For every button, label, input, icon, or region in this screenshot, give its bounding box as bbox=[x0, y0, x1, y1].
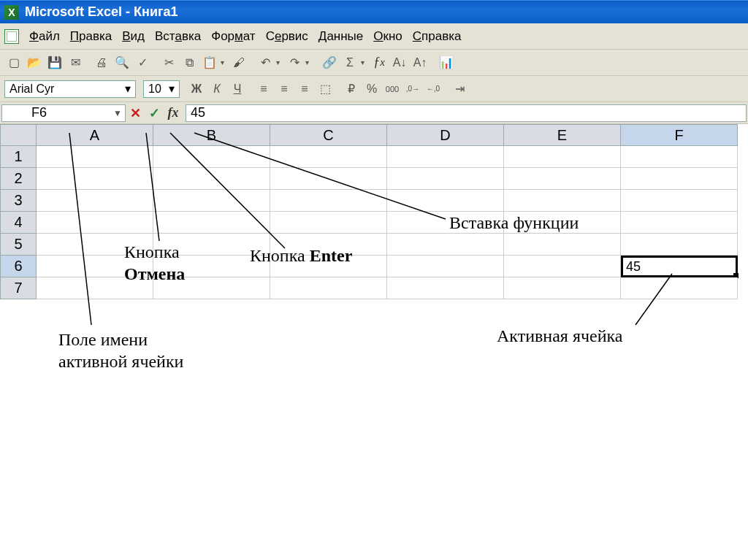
cell-C7[interactable] bbox=[270, 277, 387, 299]
select-all-corner[interactable] bbox=[0, 124, 37, 146]
undo-icon[interactable]: ↶ bbox=[256, 53, 275, 72]
chevron-down-icon[interactable]: ▼ bbox=[113, 108, 122, 118]
menu-tools[interactable]: Сервис bbox=[266, 29, 308, 44]
menu-view[interactable]: Вид bbox=[122, 29, 145, 44]
thousands-icon[interactable]: 000 bbox=[383, 80, 402, 99]
indent-icon[interactable]: ⇥ bbox=[450, 80, 469, 99]
enter-button[interactable]: ✓ bbox=[145, 104, 164, 122]
font-size-select[interactable]: 10 ▾ bbox=[143, 80, 180, 98]
menu-data[interactable]: Данные bbox=[318, 29, 363, 44]
cell-A1[interactable] bbox=[37, 146, 153, 168]
bold-button[interactable]: Ж bbox=[187, 80, 206, 99]
col-header-D[interactable]: D bbox=[387, 124, 504, 146]
row-header-1[interactable]: 1 bbox=[0, 146, 37, 168]
name-box[interactable]: F6 ▼ bbox=[1, 104, 126, 122]
insert-function-button[interactable]: fx bbox=[164, 104, 183, 122]
cancel-button[interactable]: ✕ bbox=[126, 104, 145, 122]
cell-D5[interactable] bbox=[387, 234, 504, 256]
print-icon[interactable]: 🖨 bbox=[92, 53, 111, 72]
col-header-A[interactable]: A bbox=[37, 124, 153, 146]
font-select[interactable]: Arial Cyr ▾ bbox=[4, 80, 136, 98]
cell-C2[interactable] bbox=[270, 168, 387, 190]
cell-F3[interactable] bbox=[621, 190, 738, 212]
cell-F7[interactable] bbox=[621, 277, 738, 299]
menu-help[interactable]: Справка bbox=[413, 29, 462, 44]
function-icon[interactable]: ƒx bbox=[370, 53, 389, 72]
paste-icon[interactable]: 📋 bbox=[200, 53, 219, 72]
paste-dropdown-icon[interactable]: ▾ bbox=[221, 58, 228, 66]
autosum-icon[interactable]: Σ bbox=[340, 53, 359, 72]
col-header-B[interactable]: B bbox=[153, 124, 270, 146]
row-header-3[interactable]: 3 bbox=[0, 190, 37, 212]
cell-D7[interactable] bbox=[387, 277, 504, 299]
row-header-6[interactable]: 6 bbox=[0, 256, 37, 277]
sort-desc-icon[interactable]: A↑ bbox=[411, 53, 430, 72]
row-header-2[interactable]: 2 bbox=[0, 168, 37, 190]
autosum-dropdown-icon[interactable]: ▾ bbox=[361, 58, 368, 66]
save-icon[interactable]: 💾 bbox=[45, 53, 64, 72]
new-icon[interactable]: ▢ bbox=[4, 53, 23, 72]
cell-E3[interactable] bbox=[504, 190, 621, 212]
underline-button[interactable]: Ч bbox=[228, 80, 247, 99]
cell-D1[interactable] bbox=[387, 146, 504, 168]
cell-B2[interactable] bbox=[153, 168, 270, 190]
menu-edit[interactable]: Правка bbox=[70, 29, 112, 44]
cell-D3[interactable] bbox=[387, 190, 504, 212]
chart-icon[interactable]: 📊 bbox=[437, 53, 456, 72]
menu-insert[interactable]: Вставка bbox=[155, 29, 201, 44]
cell-E5[interactable] bbox=[504, 234, 621, 256]
undo-dropdown-icon[interactable]: ▾ bbox=[276, 58, 283, 66]
cell-D6[interactable] bbox=[387, 256, 504, 277]
copy-icon[interactable]: ⧉ bbox=[180, 53, 199, 72]
cell-E7[interactable] bbox=[504, 277, 621, 299]
format-painter-icon[interactable]: 🖌 bbox=[229, 53, 248, 72]
cut-icon[interactable]: ✂ bbox=[159, 53, 178, 72]
cell-C3[interactable] bbox=[270, 190, 387, 212]
document-icon[interactable] bbox=[4, 29, 19, 44]
cell-B1[interactable] bbox=[153, 146, 270, 168]
open-icon[interactable]: 📂 bbox=[25, 53, 44, 72]
row-header-4[interactable]: 4 bbox=[0, 212, 37, 234]
italic-button[interactable]: К bbox=[207, 80, 226, 99]
percent-icon[interactable]: % bbox=[362, 80, 381, 99]
cell-A2[interactable] bbox=[37, 168, 153, 190]
menu-file[interactable]: Файл bbox=[29, 29, 60, 44]
cell-B3[interactable] bbox=[153, 190, 270, 212]
cell-B4[interactable] bbox=[153, 212, 270, 234]
decrease-decimal-icon[interactable]: ←,0 bbox=[424, 80, 443, 99]
row-header-5[interactable]: 5 bbox=[0, 234, 37, 256]
cell-F2[interactable] bbox=[621, 168, 738, 190]
menu-window[interactable]: Окно bbox=[373, 29, 402, 44]
cell-D2[interactable] bbox=[387, 168, 504, 190]
sort-asc-icon[interactable]: A↓ bbox=[390, 53, 409, 72]
hyperlink-icon[interactable]: 🔗 bbox=[320, 53, 339, 72]
cell-F5[interactable] bbox=[621, 234, 738, 256]
cell-E1[interactable] bbox=[504, 146, 621, 168]
cell-F1[interactable] bbox=[621, 146, 738, 168]
cell-E2[interactable] bbox=[504, 168, 621, 190]
cell-E6[interactable] bbox=[504, 256, 621, 277]
align-left-icon[interactable]: ≡ bbox=[254, 80, 273, 99]
cell-C4[interactable] bbox=[270, 212, 387, 234]
col-header-F[interactable]: F bbox=[621, 124, 738, 146]
cell-A4[interactable] bbox=[37, 212, 153, 234]
cell-C1[interactable] bbox=[270, 146, 387, 168]
worksheet[interactable]: A B C D E F 1 2 3 4 5 645 7 bbox=[0, 124, 748, 299]
currency-icon[interactable]: ₽ bbox=[342, 80, 361, 99]
formula-input[interactable]: 45 bbox=[186, 104, 747, 122]
merge-icon[interactable]: ⬚ bbox=[316, 80, 335, 99]
col-header-C[interactable]: C bbox=[270, 124, 387, 146]
redo-dropdown-icon[interactable]: ▾ bbox=[305, 58, 313, 66]
increase-decimal-icon[interactable]: ,0→ bbox=[403, 80, 422, 99]
align-center-icon[interactable]: ≡ bbox=[275, 80, 294, 99]
preview-icon[interactable]: 🔍 bbox=[112, 53, 131, 72]
spellcheck-icon[interactable]: ✓ bbox=[133, 53, 152, 72]
menu-format[interactable]: Формат bbox=[211, 29, 255, 44]
cell-A3[interactable] bbox=[37, 190, 153, 212]
col-header-E[interactable]: E bbox=[504, 124, 621, 146]
cell-F6[interactable]: 45 bbox=[621, 256, 738, 277]
mail-icon[interactable]: ✉ bbox=[66, 53, 85, 72]
cell-F4[interactable] bbox=[621, 212, 738, 234]
redo-icon[interactable]: ↷ bbox=[285, 53, 304, 72]
row-header-7[interactable]: 7 bbox=[0, 277, 37, 299]
